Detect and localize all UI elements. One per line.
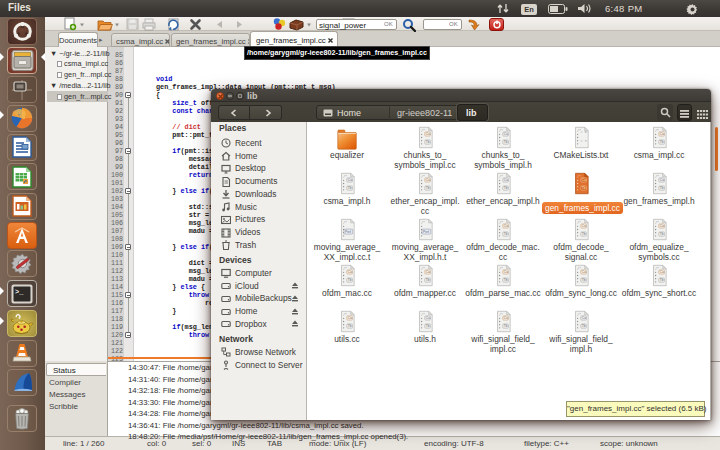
svg-text:Tb: Tb — [348, 324, 352, 328]
svg-text:Ca: Ca — [348, 270, 352, 274]
svg-text:/*: /* — [499, 313, 503, 317]
svg-text:Tb: Tb — [426, 186, 430, 190]
svg-text:Ca: Ca — [582, 270, 586, 274]
svg-text:Ca: Ca — [504, 316, 508, 320]
svg-text:/*: /* — [421, 313, 425, 317]
svg-text:Tb: Tb — [504, 140, 508, 144]
svg-text:Ca: Ca — [582, 224, 586, 228]
svg-text:Tb: Tb — [660, 140, 664, 144]
svg-text:Ca: Ca — [504, 178, 508, 182]
svg-text:# T: # T — [580, 139, 586, 143]
svg-text:Ca: Ca — [426, 270, 430, 274]
svg-text:/*: /* — [343, 267, 347, 271]
svg-text:Ca: Ca — [660, 178, 664, 182]
svg-text:/*: /* — [577, 267, 581, 271]
svg-text:Perl: Perl — [423, 230, 429, 234]
svg-text:/*: /* — [655, 175, 659, 179]
svg-text:Tb: Tb — [426, 278, 430, 282]
svg-text:Tb: Tb — [660, 232, 664, 236]
svg-text:/*: /* — [421, 267, 425, 271]
svg-text:Ca: Ca — [504, 270, 508, 274]
svg-text:Tb: Tb — [426, 324, 430, 328]
svg-text:Ca: Ca — [582, 316, 586, 320]
svg-text:/*: /* — [421, 175, 425, 179]
svg-text:/*: /* — [655, 221, 659, 225]
svg-text:Tb: Tb — [504, 324, 508, 328]
svg-text:Tb: Tb — [582, 324, 586, 328]
svg-text:Tb: Tb — [426, 140, 430, 144]
svg-text:/*: /* — [655, 267, 659, 271]
svg-text:/*: /* — [343, 313, 347, 317]
svg-text:Tb: Tb — [582, 186, 586, 190]
svg-text:Tb: Tb — [504, 278, 508, 282]
svg-text:Ca: Ca — [426, 316, 430, 320]
svg-text:/*: /* — [655, 129, 659, 133]
svg-text:Tb: Tb — [660, 186, 664, 190]
svg-text:/*: /* — [499, 175, 503, 179]
svg-text:Tb: Tb — [582, 232, 586, 236]
svg-text:Ca: Ca — [348, 178, 352, 182]
svg-text:Tb: Tb — [348, 278, 352, 282]
svg-text:/*: /* — [421, 129, 425, 133]
svg-text:>_: >_ — [15, 288, 24, 296]
svg-text:Ca: Ca — [582, 178, 586, 182]
svg-text:Tb: Tb — [504, 232, 508, 236]
svg-text:Ca: Ca — [348, 316, 352, 320]
svg-text:Tb: Tb — [660, 278, 664, 282]
svg-text:Tb: Tb — [348, 186, 352, 190]
svg-text:Ca: Ca — [426, 132, 430, 136]
svg-text:/*: /* — [499, 267, 503, 271]
svg-text:Ca: Ca — [660, 224, 664, 228]
svg-text:Tb: Tb — [582, 278, 586, 282]
svg-text:Ca: Ca — [660, 270, 664, 274]
svg-text:/*: /* — [499, 221, 503, 225]
svg-text:/*: /* — [421, 221, 425, 225]
svg-text:/*: /* — [577, 313, 581, 317]
svg-text:Ca: Ca — [504, 224, 508, 228]
svg-text:/*: /* — [577, 175, 581, 179]
svg-text:# C: # C — [580, 130, 586, 134]
svg-text:/*: /* — [343, 175, 347, 179]
svg-text:Ca: Ca — [504, 132, 508, 136]
svg-text:Ca: Ca — [660, 132, 664, 136]
svg-text:/*: /* — [499, 129, 503, 133]
svg-text:Perl: Perl — [345, 230, 351, 234]
svg-text:/*: /* — [577, 221, 581, 225]
svg-text:Ca: Ca — [426, 178, 430, 182]
svg-text:Tb: Tb — [504, 186, 508, 190]
svg-text:/*: /* — [343, 221, 347, 225]
